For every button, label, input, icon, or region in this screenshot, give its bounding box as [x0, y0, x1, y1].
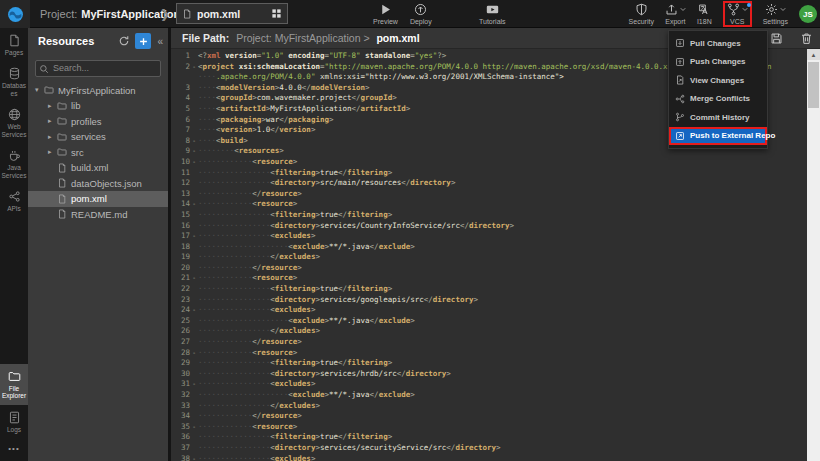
tree-item-dataObjects.json[interactable]: dataObjects.json [28, 176, 168, 192]
fold-marker-icon[interactable]: - [190, 62, 198, 73]
code-line[interactable]: 24-················<excludes> [171, 305, 820, 316]
code-line[interactable]: 16················<directory>services/Co… [171, 221, 820, 232]
menu-item-commit-history[interactable]: Commit History [669, 108, 767, 127]
code-line[interactable]: 15················<filtering>true</filte… [171, 210, 820, 221]
menu-item-view-changes[interactable]: View Changes [669, 71, 767, 90]
sidebar-item-label: File Explorer [1, 385, 28, 400]
code-line[interactable]: 25····················<exclude>**/*.java… [171, 316, 820, 327]
tab-pom-xml[interactable]: pom.xml [176, 3, 288, 24]
caret-right-icon[interactable]: ▸ [48, 133, 57, 141]
toolbar-preview-button[interactable]: Preview [373, 3, 398, 25]
code-line[interactable]: 11················<filtering>true</filte… [171, 168, 820, 179]
code-text: ············</resource> [198, 337, 302, 348]
fold-marker-icon[interactable]: - [190, 273, 198, 284]
tree-item-README.md[interactable]: README.md [28, 207, 168, 223]
sidebar-item-databases[interactable]: Databases [0, 61, 28, 102]
code-line[interactable]: 37················<directory>services/se… [171, 443, 820, 454]
sidebar-item-apis[interactable]: APIs [0, 184, 28, 217]
tree-item-profiles[interactable]: ▸profiles [28, 114, 168, 130]
add-resource-button[interactable] [135, 33, 151, 49]
app-logo[interactable] [0, 0, 30, 28]
editor-scrollbar[interactable]: ▲ [807, 49, 820, 461]
code-line[interactable]: 29················<filtering>true</filte… [171, 358, 820, 369]
save-icon[interactable] [770, 32, 783, 45]
trash-icon[interactable] [800, 32, 813, 45]
toolbar-i18n-button[interactable]: I18N [697, 3, 712, 25]
refresh-icon[interactable] [118, 35, 130, 47]
code-line[interactable]: 19················</excludes> [171, 252, 820, 263]
code-line[interactable]: 30················<directory>services/hr… [171, 369, 820, 380]
code-line[interactable]: 12················<directory>src/main/re… [171, 178, 820, 189]
fold-marker-icon[interactable]: - [190, 454, 198, 461]
fold-marker-icon[interactable]: - [190, 305, 198, 316]
menu-item-push-to-external-repo[interactable]: Push to External Repo [669, 127, 767, 146]
code-line[interactable]: 17-················<excludes> [171, 231, 820, 242]
line-number: 35 [171, 422, 190, 433]
code-line[interactable]: 27············</resource> [171, 337, 820, 348]
toolbar-settings-button[interactable]: Settings [763, 3, 788, 25]
toolbar-export-button[interactable]: Export [665, 3, 686, 25]
more-options-icon[interactable]: ••• [0, 438, 28, 461]
sidebar-item-pages[interactable]: Pages [0, 28, 28, 61]
code-line[interactable]: 34············</resource> [171, 411, 820, 422]
code-line[interactable]: 22················<filtering>true</filte… [171, 284, 820, 295]
sidebar-item-java-services[interactable]: Java Services [0, 143, 28, 184]
code-line[interactable]: 35-············<resource> [171, 422, 820, 433]
toolbar-button-label: Preview [373, 18, 398, 25]
caret-right-icon[interactable]: ▸ [48, 148, 57, 156]
fold-marker-icon[interactable]: - [190, 348, 198, 359]
fold-marker-icon[interactable]: - [190, 422, 198, 433]
tree-item-lib[interactable]: ▸lib [28, 98, 168, 114]
collapse-panel-icon[interactable]: « [156, 36, 164, 47]
code-line[interactable]: 10-············<resource> [171, 157, 820, 168]
menu-item-pull-changes[interactable]: Pull Changes [669, 34, 767, 53]
toolbar-security-button[interactable]: Security [629, 3, 654, 25]
caret-right-icon[interactable]: ▸ [48, 117, 57, 125]
code-line[interactable]: 33················</excludes> [171, 401, 820, 412]
tree-item-MyFirstApplication[interactable]: ▾MyFirstApplication [28, 83, 168, 99]
toolbar-deploy-button[interactable]: Deploy [410, 3, 432, 25]
sidebar-item-file-explorer[interactable]: File Explorer [0, 364, 28, 405]
fold-marker-icon[interactable]: - [190, 136, 198, 147]
merge-icon [675, 94, 685, 104]
code-line[interactable]: 26················</excludes> [171, 326, 820, 337]
code-line[interactable]: 18····················<exclude>**/*.java… [171, 242, 820, 253]
code-line[interactable]: 36················<filtering>true</filte… [171, 432, 820, 443]
tree-item-pom.xml[interactable]: pom.xml [28, 191, 168, 207]
tree-item-build.xml[interactable]: build.xml [28, 160, 168, 176]
menu-item-merge-conflicts[interactable]: Merge Conflicts [669, 90, 767, 109]
scrollbar-thumb[interactable] [808, 62, 819, 108]
project-label: Project: [40, 8, 77, 20]
fold-marker-icon[interactable]: - [190, 157, 198, 168]
code-line[interactable]: 21-············<resource> [171, 273, 820, 284]
code-text: ····<version>1.0</version> [198, 125, 315, 136]
caret-down-icon[interactable]: ▾ [35, 86, 44, 94]
toolbar-tutorials-button[interactable]: Tutorials [479, 3, 506, 25]
tree-item-src[interactable]: ▸src [28, 145, 168, 161]
line-number: 5 [171, 104, 190, 115]
tree-item-services[interactable]: ▸services [28, 129, 168, 145]
code-line[interactable]: 20············</resource> [171, 263, 820, 274]
user-avatar[interactable]: JS [799, 5, 817, 23]
code-text: ················<excludes> [198, 454, 315, 461]
scroll-up-arrow-icon[interactable]: ▲ [807, 49, 820, 60]
sidebar-item-label: Pages [1, 49, 28, 56]
search-input[interactable] [35, 60, 161, 77]
fold-marker-icon[interactable]: - [190, 231, 198, 242]
fold-marker-icon[interactable]: - [190, 146, 198, 157]
toolbar-vcs-button[interactable]: VCS [727, 3, 748, 25]
code-line[interactable]: 14-············<resource> [171, 199, 820, 210]
code-line[interactable]: 38-················<excludes> [171, 454, 820, 461]
grid-icon[interactable] [271, 8, 282, 19]
code-line[interactable]: 23················<directory>services/go… [171, 295, 820, 306]
code-line[interactable]: 31-················<excludes> [171, 379, 820, 390]
code-line[interactable]: 13············</resource> [171, 189, 820, 200]
sidebar-item-web-services[interactable]: Web Services [0, 102, 28, 143]
fold-marker-icon[interactable]: - [190, 379, 198, 390]
fold-marker-icon[interactable]: - [190, 199, 198, 210]
code-line[interactable]: 28-············<resource> [171, 348, 820, 359]
caret-right-icon[interactable]: ▸ [48, 102, 57, 110]
code-line[interactable]: 32····················<exclude>**/*.java… [171, 390, 820, 401]
sidebar-item-logs[interactable]: Logs [0, 405, 28, 438]
menu-item-push-changes[interactable]: Push Changes [669, 53, 767, 72]
